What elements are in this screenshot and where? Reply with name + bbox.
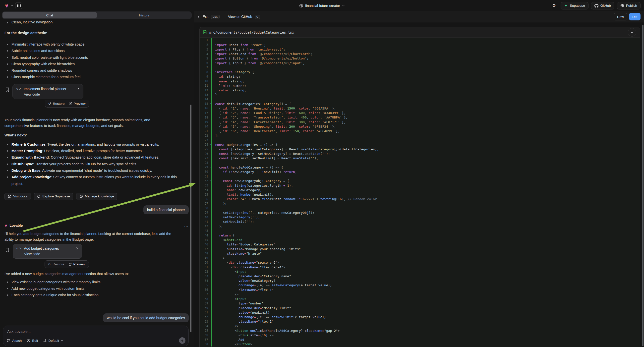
list-item: Subtle animations and transitions <box>4 48 189 54</box>
added-bullet-list: View existing budget categories with the… <box>4 279 189 298</box>
code-line: 47 subtitle="Manage your spending limits… <box>200 247 640 251</box>
restore-preview-toolbar: ↺Restore Preview <box>45 100 89 108</box>
code-line: 49 > <box>200 256 640 260</box>
box-icon <box>80 195 83 198</box>
manage-knowledge-button[interactable]: Manage knowledge <box>76 193 117 200</box>
lovable-app-window: ♥ financial-future-creator ⚙ Supabase Gi… <box>0 0 644 347</box>
bookmark-icon[interactable] <box>6 248 9 252</box>
restore-button[interactable]: ↺Restore <box>48 262 64 266</box>
code-line: 53 placeholder="Category name" <box>200 274 640 278</box>
code-content[interactable]: 12import React from 'react';3import { Pl… <box>200 38 640 347</box>
visit-docs-button[interactable]: Visit docs <box>4 193 31 200</box>
code-line: 60 placeholder="Monthly limit" <box>200 306 640 310</box>
project-switcher[interactable]: financial-future-creator <box>0 0 644 11</box>
supabase-label: Supabase <box>570 4 585 8</box>
code-line: 39 setCategories([...categories, newCate… <box>200 210 640 215</box>
globe-icon <box>299 4 303 8</box>
code-line: 24▾const BudgetCategories = () => { <box>200 142 640 147</box>
bookmark-icon[interactable] <box>6 87 9 92</box>
edit-mode-button[interactable]: Edit <box>27 339 38 342</box>
chevron-up-icon <box>630 31 634 34</box>
code-line: 1 <box>200 38 640 42</box>
code-line: 26 const [newCategory, setNewCategory] =… <box>200 151 640 156</box>
version-card-implement-planner[interactable]: < > Implement financial planner View cod… <box>12 84 84 99</box>
code-line: 54 value={newCategory} <box>200 278 640 283</box>
explore-supabase-button[interactable]: Explore Supabase <box>34 193 73 200</box>
sliders-icon <box>43 339 47 342</box>
file-header[interactable]: src/components/budget/BudgetCategories.t… <box>200 27 640 38</box>
code-line: 38 <box>200 206 640 210</box>
message-menu-button[interactable]: ... <box>184 224 189 228</box>
chat-panel: Chat History Clean, intuitive navigation… <box>0 11 194 347</box>
code-line: 40 setNewCategory(''); <box>200 215 640 220</box>
preview-button[interactable]: Preview <box>69 102 86 106</box>
view-code-link[interactable]: View code <box>24 92 80 96</box>
chat-scrollbar[interactable] <box>190 104 192 332</box>
code-line: 14 <box>200 97 640 102</box>
list-item: View existing budget categories with the… <box>4 279 189 285</box>
diff-toggle-button[interactable]: Diff <box>629 13 640 20</box>
list-item: Debug with Ease: Activate our experiment… <box>4 167 179 174</box>
restore-button[interactable]: ↺Restore <box>48 102 65 106</box>
list-item: Soft, neutral color palette with light b… <box>4 54 189 61</box>
code-line: 21 { id: '6', name: 'Healthcare', limit:… <box>200 129 640 133</box>
chat-input-toolbar: Attach Edit Default <box>7 337 186 344</box>
version-card-add-budget-categories[interactable]: < > Add budget categories View code <box>13 244 82 259</box>
window-scrollbar[interactable] <box>642 25 644 346</box>
chat-input[interactable]: Ask Lovable... Attach Edit Default <box>3 326 189 346</box>
list-item: Add project knowledge: Set key context o… <box>4 174 179 187</box>
chevron-left-icon[interactable] <box>198 15 200 18</box>
list-item: Rounded corners and subtle shadows <box>4 67 189 74</box>
chat-message-list[interactable]: Clean, intuitive navigation For the desi… <box>0 20 194 326</box>
collapse-file-button[interactable] <box>628 28 636 36</box>
preview-button[interactable]: Preview <box>68 262 86 266</box>
chat-bubble-icon <box>37 195 40 198</box>
code-line: 4import ChartCard from '@/components/ui/… <box>200 52 640 56</box>
tab-history[interactable]: History <box>97 12 191 18</box>
list-item: Each category gets a unique color for vi… <box>4 292 189 298</box>
view-code-link[interactable]: View code <box>24 252 78 256</box>
send-button[interactable] <box>179 337 186 344</box>
version-block-2: < > Add budget categories View code ↺Res… <box>4 243 189 268</box>
chevron-right-icon[interactable] <box>76 247 78 250</box>
supabase-button[interactable]: Supabase <box>560 2 588 10</box>
view-on-github-button[interactable]: View on GitHub <box>228 15 252 19</box>
code-line: 23 <box>200 138 640 142</box>
list-item: Add new budget categories with custom li… <box>4 285 189 292</box>
code-line: 29▾ const handleAddCategory = () => { <box>200 165 640 170</box>
attach-label: Attach <box>12 339 22 342</box>
code-line: 56 className="flex-1" <box>200 288 640 292</box>
code-line: 68 </Button> <box>200 342 640 346</box>
list-item: Expand with Backend: Connect Supabase to… <box>4 154 179 160</box>
raw-toggle-button[interactable]: Raw <box>614 13 627 20</box>
publish-button[interactable]: Publish <box>617 2 640 10</box>
explore-supabase-label: Explore Supabase <box>42 194 70 198</box>
code-line: 2import React from 'react'; <box>200 42 640 47</box>
code-line: 5import { Button } from '@/components/ui… <box>200 56 640 61</box>
version-title: Implement financial planner <box>24 87 74 91</box>
code-line: 61 value={newLimit} <box>200 310 640 315</box>
chevron-right-icon[interactable] <box>77 87 80 90</box>
exit-button[interactable]: Exit <box>203 15 208 19</box>
external-link-icon <box>8 195 11 198</box>
gear-icon: ⚙ <box>552 3 556 8</box>
list-item: GitHub Sync: Transfer your project's cod… <box>4 161 179 167</box>
code-line: 57 /> <box>200 292 640 296</box>
attach-button[interactable]: Attach <box>7 339 22 342</box>
code-line: 34 name: newCategory, <box>200 188 640 192</box>
quick-actions-row: Visit docs Explore Supabase Manage knowl… <box>4 193 189 200</box>
mode-select[interactable]: Default <box>43 339 64 342</box>
settings-button[interactable]: ⚙ <box>550 2 558 10</box>
code-line: 19 { id: '4', name: 'Entertainment', lim… <box>200 120 640 124</box>
assistant-name: Lovable <box>10 224 182 228</box>
code-line: 63 className="flex-1" <box>200 319 640 324</box>
user-message-row: would be cool if you could add budget ca… <box>4 314 189 322</box>
code-line: 9 id: string; <box>200 74 640 79</box>
code-line: 7 <box>200 65 640 70</box>
code-line: 51 <div className="flex gap-4"> <box>200 265 640 269</box>
github-button[interactable]: GitHub <box>591 2 614 10</box>
code-line: 41 setNewLimit(''); <box>200 220 640 224</box>
whats-next-heading: What's next? <box>4 132 189 138</box>
g-key-hint: G <box>255 15 260 19</box>
tab-chat[interactable]: Chat <box>2 12 97 18</box>
